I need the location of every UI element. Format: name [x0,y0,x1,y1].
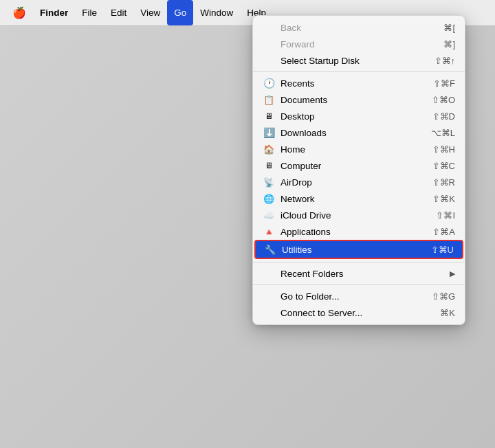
menu-item-airdrop[interactable]: 📡 AirDrop ⇧⌘R [253,174,465,190]
menu-item-utilities[interactable]: 🔧 Utilities ⇧⌘U [254,240,463,259]
menu-item-forward-shortcut: ⌘] [443,39,455,49]
separator-1 [253,71,465,72]
view-menu[interactable]: View [133,0,167,25]
forward-icon [263,38,275,50]
home-icon: 🏠 [263,143,275,155]
menu-item-applications[interactable]: 🔺 Applications ⇧⌘A [253,223,465,240]
menu-item-computer-label: Computer [280,161,321,171]
menu-item-documents[interactable]: 📋 Documents ⇧⌘O [253,91,465,108]
menu-item-startup-shortcut: ⇧⌘↑ [434,56,456,66]
menu-item-desktop-label: Desktop [280,111,315,122]
computer-icon: 🖥 [263,159,275,172]
menu-item-connect-server[interactable]: Connect to Server... ⌘K [253,304,465,321]
applications-icon: 🔺 [263,225,275,238]
menu-item-applications-label: Applications [280,227,331,237]
menu-item-icloud[interactable]: ☁️ iCloud Drive ⇧⌘I [253,207,465,223]
apple-menu-button[interactable]: 🍎 [6,0,33,25]
menu-item-goto-folder-label: Go to Folder... [280,291,340,302]
menu-item-recents-label: Recents [280,78,315,89]
menu-item-forward-label: Forward [280,39,315,49]
menu-item-airdrop-label: AirDrop [280,177,312,188]
documents-icon: 📋 [263,93,275,106]
menu-item-back-shortcut: ⌘[ [443,23,455,33]
menu-item-utilities-label: Utilities [282,245,312,255]
menu-item-connect-server-shortcut: ⌘K [440,308,455,318]
menu-item-applications-shortcut: ⇧⌘A [432,227,455,237]
menu-item-desktop[interactable]: 🖥 Desktop ⇧⌘D [253,108,465,124]
separator-2 [253,262,465,262]
menu-item-documents-shortcut: ⇧⌘O [432,95,455,105]
menu-item-downloads-shortcut: ⌥⌘L [431,128,455,138]
menu-item-forward[interactable]: Forward ⌘] [253,36,465,52]
back-icon [263,21,275,34]
connect-server-icon [263,306,275,319]
recent-folders-icon [263,267,275,280]
menu-item-startup-disk[interactable]: Select Startup Disk ⇧⌘↑ [253,52,465,69]
finder-menu[interactable]: Finder [33,0,75,25]
menu-item-startup-label: Select Startup Disk [280,56,360,66]
startup-disk-icon [263,54,275,67]
downloads-icon: ⬇️ [263,126,275,139]
icloud-icon: ☁️ [263,209,275,221]
menu-item-back[interactable]: Back ⌘[ [253,19,465,36]
menu-item-recents-shortcut: ⇧⌘F [433,78,455,89]
menu-item-network[interactable]: 🌐 Network ⇧⌘K [253,190,465,207]
menu-item-home[interactable]: 🏠 Home ⇧⌘H [253,141,465,157]
menu-item-connect-server-label: Connect to Server... [280,308,362,318]
menu-item-downloads-label: Downloads [280,128,327,138]
menu-item-icloud-label: iCloud Drive [280,210,331,221]
desktop-icon: 🖥 [263,110,275,122]
goto-folder-icon [263,290,275,302]
go-dropdown-menu: Back ⌘[ Forward ⌘] Select Startup Disk ⇧… [252,15,465,325]
menu-item-network-label: Network [280,194,315,204]
menu-item-computer[interactable]: 🖥 Computer ⇧⌘C [253,157,465,174]
separator-3 [253,284,465,285]
menu-item-recent-folders[interactable]: Recent Folders ▶ [253,265,465,282]
menu-item-utilities-shortcut: ⇧⌘U [431,245,454,255]
network-icon: 🌐 [263,192,275,205]
menu-item-network-shortcut: ⇧⌘K [432,194,455,204]
menu-item-home-shortcut: ⇧⌘H [432,144,455,155]
menu-item-desktop-shortcut: ⇧⌘D [432,111,455,122]
menu-item-back-label: Back [280,23,301,33]
recents-icon: 🕐 [263,77,275,89]
menu-item-icloud-shortcut: ⇧⌘I [436,210,455,221]
menu-item-goto-folder[interactable]: Go to Folder... ⇧⌘G [253,288,465,304]
edit-menu[interactable]: Edit [104,0,133,25]
menu-item-downloads[interactable]: ⬇️ Downloads ⌥⌘L [253,124,465,141]
menu-item-goto-folder-shortcut: ⇧⌘G [432,291,455,302]
file-menu[interactable]: File [75,0,104,25]
menu-item-documents-label: Documents [280,95,327,105]
go-menu[interactable]: Go [167,0,193,25]
utilities-icon: 🔧 [264,243,276,256]
airdrop-icon: 📡 [263,176,275,188]
menu-item-airdrop-shortcut: ⇧⌘R [432,177,455,188]
menu-item-recent-folders-arrow: ▶ [450,269,455,278]
menu-item-home-label: Home [280,144,305,155]
menu-item-recent-folders-label: Recent Folders [280,269,344,279]
menu-item-computer-shortcut: ⇧⌘C [432,161,455,171]
window-menu[interactable]: Window [193,0,240,25]
menu-item-recents[interactable]: 🕐 Recents ⇧⌘F [253,75,465,91]
